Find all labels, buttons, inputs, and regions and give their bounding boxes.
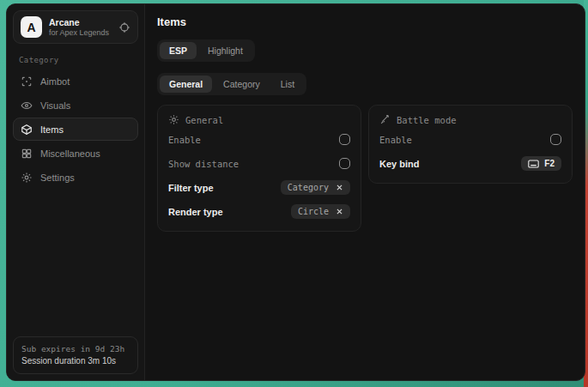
- session-duration-text: Session duration 3m 10s: [21, 355, 130, 367]
- setting-label: Render type: [168, 207, 223, 217]
- sun-icon: [168, 114, 179, 125]
- sub-expires-text: Sub expires in 9d 23h: [21, 343, 130, 355]
- setting-row-filter-type: Filter type Category: [168, 177, 350, 198]
- show-distance-checkbox[interactable]: [339, 158, 350, 169]
- tab-category[interactable]: Category: [214, 76, 270, 93]
- box-icon: [21, 124, 33, 136]
- sidebar-item-miscellaneous[interactable]: Miscellaneous: [13, 142, 138, 165]
- setting-row-key-bind: Key bind F2: [379, 153, 561, 174]
- filter-type-value: Category: [288, 183, 329, 192]
- aimbot-crosshair-icon: [21, 76, 33, 88]
- key-bind-value: F2: [544, 159, 555, 168]
- sidebar-item-label: Aimbot: [40, 76, 70, 87]
- mode-tab-group: ESP Highlight: [157, 39, 255, 62]
- close-icon[interactable]: [336, 208, 343, 215]
- setting-label: Enable: [379, 135, 412, 145]
- sidebar-section-label: Category: [19, 56, 138, 64]
- app-window: A Arcane for Apex Legends Category: [6, 3, 585, 381]
- filter-type-select[interactable]: Category: [281, 180, 350, 195]
- render-type-value: Circle: [298, 207, 329, 216]
- setting-row-enable: Enable: [168, 129, 350, 150]
- render-type-select[interactable]: Circle: [291, 204, 350, 219]
- setting-label: Enable: [168, 135, 201, 145]
- setting-row-enable: Enable: [379, 129, 561, 150]
- enable-checkbox[interactable]: [339, 134, 350, 145]
- main-content: Items ESP Highlight General Category Lis…: [145, 4, 585, 380]
- battle-mode-panel: Battle mode Enable Key bind: [368, 105, 573, 184]
- app-name: Arcane: [49, 17, 112, 28]
- general-panel: General Enable Show distance Filter type…: [157, 105, 361, 232]
- panel-title: Battle mode: [397, 115, 457, 125]
- setting-label: Show distance: [168, 159, 239, 169]
- sidebar-item-label: Settings: [40, 172, 75, 183]
- sidebar-item-aimbot[interactable]: Aimbot: [13, 70, 138, 93]
- crosshair-icon[interactable]: [118, 21, 130, 33]
- battle-enable-checkbox[interactable]: [550, 134, 561, 145]
- tab-list[interactable]: List: [271, 76, 304, 93]
- eye-icon: [21, 100, 33, 112]
- tab-esp[interactable]: ESP: [160, 42, 197, 59]
- view-tab-group: General Category List: [157, 73, 306, 95]
- sidebar-item-items[interactable]: Items: [13, 118, 138, 141]
- app-header-card: A Arcane for Apex Legends: [13, 10, 138, 44]
- sidebar: A Arcane for Apex Legends Category: [7, 4, 145, 380]
- tab-general[interactable]: General: [160, 76, 212, 93]
- app-subtitle: for Apex Legends: [49, 28, 112, 38]
- setting-label: Key bind: [379, 159, 419, 169]
- page-title: Items: [157, 15, 573, 28]
- sidebar-item-label: Miscellaneous: [40, 148, 100, 159]
- app-logo: A: [21, 16, 42, 38]
- sidebar-item-label: Items: [40, 124, 64, 135]
- setting-row-show-distance: Show distance: [168, 153, 350, 174]
- key-bind-button[interactable]: F2: [521, 156, 561, 171]
- setting-label: Filter type: [168, 183, 214, 193]
- subscription-info-card: Sub expires in 9d 23h Session duration 3…: [13, 336, 138, 374]
- setting-row-render-type: Render type Circle: [168, 201, 350, 222]
- grid-icon: [21, 148, 33, 160]
- sidebar-nav: Aimbot Visuals Items: [13, 70, 138, 189]
- tab-highlight[interactable]: Highlight: [198, 42, 252, 59]
- sidebar-item-visuals[interactable]: Visuals: [13, 94, 138, 117]
- keyboard-icon: [528, 160, 539, 168]
- panel-title: General: [185, 115, 223, 125]
- sword-icon: [379, 114, 391, 125]
- sidebar-item-label: Visuals: [40, 100, 70, 111]
- sidebar-item-settings[interactable]: Settings: [13, 166, 138, 189]
- gear-icon: [21, 172, 33, 184]
- close-icon[interactable]: [336, 184, 343, 191]
